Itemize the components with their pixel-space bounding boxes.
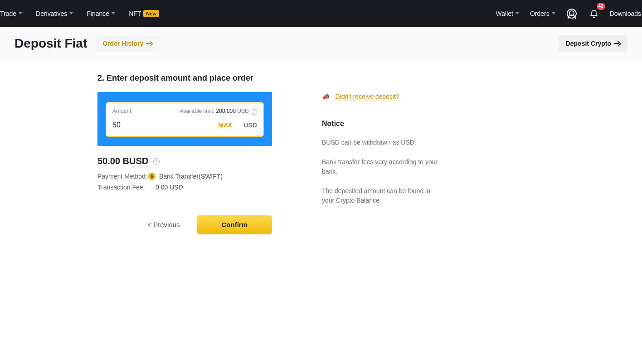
pm-value: Bank Transfer(SWIFT) <box>159 173 223 180</box>
nav-nft[interactable]: NFT New <box>122 0 165 27</box>
help-row: 📣 Didn't receive deposit? <box>322 92 440 101</box>
divider <box>97 202 272 202</box>
page-title: Deposit Fiat <box>15 36 87 51</box>
amount-input-row: MAX USD <box>112 118 257 132</box>
nav-left: Trade Derivatives Finance NFT New <box>0 0 165 27</box>
top-nav: Trade Derivatives Finance NFT New Wallet… <box>0 0 642 27</box>
subheader-left: Deposit Fiat Order History <box>15 35 160 52</box>
result-row: 50.00 BUSD i <box>97 156 272 166</box>
user-icon <box>567 9 577 19</box>
deposit-crypto-button[interactable]: Deposit Crypto <box>559 35 627 52</box>
step-title: 2. Enter deposit amount and place order <box>97 73 272 83</box>
subheader: Deposit Fiat Order History Deposit Crypt… <box>0 27 642 60</box>
notice-title: Notice <box>322 120 440 128</box>
deposit-crypto-label: Deposit Crypto <box>566 40 611 47</box>
nav-trade[interactable]: Trade <box>0 0 29 27</box>
info-icon[interactable]: i <box>153 158 160 165</box>
nav-downloads-label: Downloads <box>610 10 641 17</box>
notif-badge: 42 <box>597 3 605 10</box>
pm-value-wrap: $ Bank Transfer(SWIFT) <box>148 173 223 180</box>
amount-input[interactable] <box>112 118 214 132</box>
nav-trade-label: Trade <box>0 10 16 17</box>
amount-top-row: Amount Available limit: 200,000 USD i <box>112 108 257 115</box>
megaphone-icon: 📣 <box>322 93 330 100</box>
caret-icon <box>69 12 73 15</box>
nav-finance-label: Finance <box>87 10 109 17</box>
nav-downloads[interactable]: Downloads <box>604 0 642 27</box>
help-link[interactable]: Didn't receive deposit? <box>335 93 399 101</box>
nav-right: Wallet Orders 42 Downloads <box>491 0 642 27</box>
caret-icon <box>19 12 22 15</box>
nav-derivatives-label: Derivatives <box>36 10 67 17</box>
result-amount: 50.00 BUSD <box>97 156 148 166</box>
available-cur: USD <box>237 108 248 114</box>
caret-icon <box>516 12 519 15</box>
side-panel: 📣 Didn't receive deposit? Notice BUSD ca… <box>322 73 440 234</box>
order-history-button[interactable]: Order History <box>95 35 160 52</box>
payment-method-row: Payment Method: $ Bank Transfer(SWIFT) <box>97 173 272 180</box>
amount-label: Amount <box>112 108 131 115</box>
previous-button[interactable]: < Previous <box>141 216 186 233</box>
fee-label: Transaction Fee: <box>97 184 148 191</box>
order-history-label: Order History <box>102 40 143 47</box>
nav-orders-label: Orders <box>530 10 550 17</box>
notifications[interactable]: 42 <box>585 5 602 22</box>
available-prefix: Available limit: <box>180 108 214 114</box>
user-menu[interactable] <box>564 5 580 22</box>
nav-derivatives[interactable]: Derivatives <box>29 0 79 27</box>
new-badge: New <box>143 10 159 17</box>
arrow-right-icon <box>614 41 620 46</box>
nav-finance[interactable]: Finance <box>80 0 122 27</box>
caret-icon <box>552 12 555 15</box>
info-icon[interactable]: i <box>252 109 257 115</box>
nav-orders[interactable]: Orders <box>525 0 561 27</box>
input-currency: USD <box>239 121 257 129</box>
arrow-right-icon <box>146 41 152 46</box>
bell-icon <box>589 9 598 18</box>
confirm-button[interactable]: Confirm <box>197 215 272 234</box>
deposit-form: 2. Enter deposit amount and place order … <box>97 73 272 234</box>
max-button[interactable]: MAX <box>214 121 237 129</box>
notice-p1: BUSD can be withdrawn as USD. <box>322 138 440 147</box>
amount-highlight: Amount Available limit: 200,000 USD i MA… <box>97 92 272 146</box>
fee-row: Transaction Fee: 0.00 USD <box>97 184 272 191</box>
notice-p2: Bank transfer fees vary according to you… <box>322 157 440 176</box>
nav-wallet[interactable]: Wallet <box>491 0 525 27</box>
main: 2. Enter deposit amount and place order … <box>0 60 642 234</box>
available-value: 200,000 <box>216 108 236 114</box>
button-row: < Previous Confirm <box>97 215 272 234</box>
nav-nft-label: NFT <box>129 10 141 17</box>
caret-icon <box>112 12 115 15</box>
available-limit: Available limit: 200,000 USD i <box>180 108 257 115</box>
pm-label: Payment Method: <box>97 173 148 180</box>
fee-value: 0.00 USD <box>156 184 183 191</box>
coin-icon: $ <box>148 173 156 180</box>
notice-p3: The deposited amount can be found in you… <box>322 186 440 205</box>
separator <box>237 121 237 129</box>
amount-card: Amount Available limit: 200,000 USD i MA… <box>106 102 264 137</box>
nav-wallet-label: Wallet <box>496 10 513 17</box>
